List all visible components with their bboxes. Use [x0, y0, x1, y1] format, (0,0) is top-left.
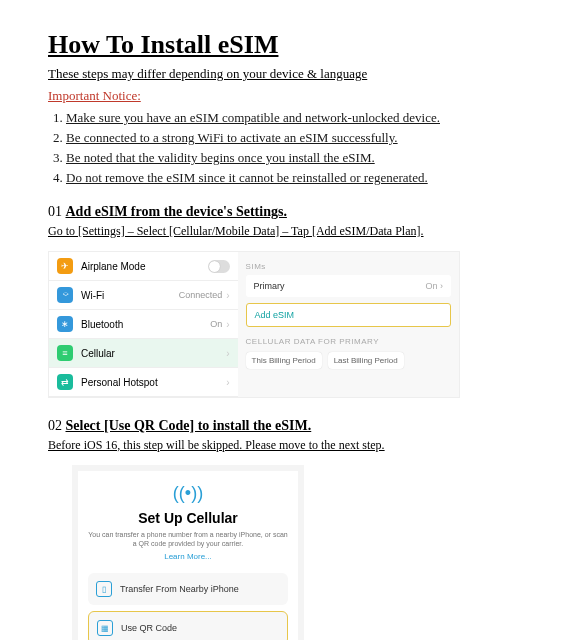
row-hotspot: ⇄ Personal Hotspot ›	[49, 368, 238, 397]
billing-this: This Billing Period	[246, 352, 322, 369]
step1-heading: 01 Add eSIM from the device's Settings.	[48, 204, 540, 220]
page-title: How To Install eSIM	[48, 30, 540, 60]
option-transfer-label: Transfer From Nearby iPhone	[120, 584, 239, 594]
step2-sub: Before iOS 16, this step will be skipped…	[48, 438, 540, 453]
rule-item: Be connected to a strong WiFi to activat…	[66, 130, 540, 146]
chevron-icon: ›	[226, 377, 229, 388]
option-qr-label: Use QR Code	[121, 623, 177, 633]
add-esim-cell: Add eSIM	[246, 303, 451, 327]
billing-row: This Billing Period Last Billing Period	[246, 352, 451, 369]
wifi-icon: ⌔	[57, 287, 73, 303]
cellular-label: Cellular	[81, 348, 222, 359]
wifi-value: Connected	[179, 290, 223, 300]
important-notice: Important Notice:	[48, 88, 540, 104]
chevron-icon: ›	[226, 290, 229, 301]
airplane-toggle	[208, 260, 230, 273]
option-qr: ▦ Use QR Code	[88, 611, 288, 640]
cellular-icon: ≡	[57, 345, 73, 361]
subtitle: These steps may differ depending on your…	[48, 66, 540, 82]
antenna-icon: ((•))	[88, 483, 288, 504]
step1-title: Add eSIM from the device's Settings.	[66, 204, 287, 219]
rule-item: Do not remove the eSIM since it cannot b…	[66, 170, 540, 186]
sims-header: SIMs	[246, 262, 451, 271]
option-transfer: ▯ Transfer From Nearby iPhone	[88, 573, 288, 605]
settings-right-column: SIMs Primary On › Add eSIM CELLULAR DATA…	[238, 252, 459, 397]
row-bluetooth: ∗ Bluetooth On ›	[49, 310, 238, 339]
step2-heading: 02 Select [Use QR Code] to install the e…	[48, 418, 540, 434]
learn-more-link: Learn More...	[88, 552, 288, 561]
bluetooth-icon: ∗	[57, 316, 73, 332]
rule-item: Make sure you have an eSIM compatible an…	[66, 110, 540, 126]
step1-sub: Go to [Settings] – Select [Cellular/Mobi…	[48, 224, 540, 239]
chevron-icon: ›	[226, 348, 229, 359]
setup-heading: Set Up Cellular	[88, 510, 288, 526]
step2-num: 02	[48, 418, 62, 433]
airplane-icon: ✈	[57, 258, 73, 274]
step1-num: 01	[48, 204, 62, 219]
row-wifi: ⌔ Wi-Fi Connected ›	[49, 281, 238, 310]
rule-item: Be noted that the validity begins once y…	[66, 150, 540, 166]
qr-icon: ▦	[97, 620, 113, 636]
screenshot-setup-cellular: ((•)) Set Up Cellular You can transfer a…	[72, 465, 304, 640]
primary-row: Primary On ›	[246, 275, 451, 297]
step2-title: Select [Use QR Code] to install the eSIM…	[66, 418, 312, 433]
screenshot-settings: ✈ Airplane Mode ⌔ Wi-Fi Connected › ∗ Bl…	[48, 251, 460, 398]
settings-left-column: ✈ Airplane Mode ⌔ Wi-Fi Connected › ∗ Bl…	[49, 252, 238, 397]
wifi-label: Wi-Fi	[81, 290, 179, 301]
rules-list: Make sure you have an eSIM compatible an…	[48, 110, 540, 186]
hotspot-icon: ⇄	[57, 374, 73, 390]
phone-icon: ▯	[96, 581, 112, 597]
setup-blurb: You can transfer a phone number from a n…	[88, 530, 288, 548]
row-cellular: ≡ Cellular ›	[49, 339, 238, 368]
primary-label: Primary	[254, 281, 285, 291]
cellular-data-header: CELLULAR DATA FOR PRIMARY	[246, 337, 451, 346]
chevron-icon: ›	[226, 319, 229, 330]
primary-value: On ›	[425, 281, 443, 291]
billing-last: Last Billing Period	[328, 352, 404, 369]
bluetooth-label: Bluetooth	[81, 319, 210, 330]
airplane-label: Airplane Mode	[81, 261, 208, 272]
bluetooth-value: On	[210, 319, 222, 329]
hotspot-label: Personal Hotspot	[81, 377, 222, 388]
row-airplane: ✈ Airplane Mode	[49, 252, 238, 281]
